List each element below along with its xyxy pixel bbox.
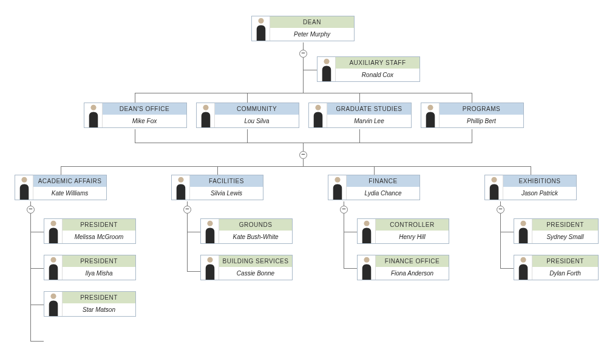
node-grounds[interactable]: GROUNDS Kate Bush-White bbox=[200, 218, 293, 244]
avatar bbox=[15, 175, 33, 200]
node-title: FINANCE OFFICE bbox=[376, 255, 449, 267]
avatar bbox=[317, 57, 336, 81]
avatar bbox=[328, 175, 347, 200]
connector-line bbox=[303, 58, 304, 93]
node-president-4[interactable]: PRESIDENT Sydney Small bbox=[514, 218, 599, 244]
node-title: GROUNDS bbox=[219, 219, 292, 231]
collapse-toggle[interactable]: − bbox=[340, 206, 348, 214]
node-name: Fiona Anderson bbox=[376, 267, 449, 280]
node-title: PRESIDENT bbox=[63, 292, 135, 303]
connector-line bbox=[472, 93, 472, 103]
connector-line bbox=[217, 166, 218, 175]
node-auxiliary-staff[interactable]: AUXILIARY STAFF Ronald Cox bbox=[317, 56, 420, 82]
node-building-services[interactable]: BUILDING SERVICES Cassie Bonne bbox=[200, 255, 293, 280]
node-exhibitions[interactable]: EXHIBITIONS Jason Patrick bbox=[484, 175, 577, 200]
avatar bbox=[84, 103, 103, 127]
node-academic-affairs[interactable]: ACADEMIC AFFAIRS Kate Williams bbox=[15, 175, 107, 200]
node-title: FACILITIES bbox=[190, 175, 263, 187]
node-title: DEAN'S OFFICE bbox=[103, 103, 186, 115]
node-name: Marvin Lee bbox=[327, 115, 411, 127]
node-name: Sydney Small bbox=[532, 231, 598, 243]
avatar bbox=[358, 255, 376, 280]
node-title: PRESIDENT bbox=[63, 219, 135, 231]
connector-line bbox=[359, 129, 360, 143]
node-graduate-studies[interactable]: GRADUATE STUDIES Marvin Lee bbox=[308, 103, 412, 128]
node-name: Phillip Bert bbox=[440, 115, 523, 127]
connector-line bbox=[187, 214, 188, 271]
node-title: GRADUATE STUDIES bbox=[327, 103, 411, 115]
avatar bbox=[172, 175, 190, 200]
node-dean[interactable]: DEAN Peter Murphy bbox=[251, 16, 355, 41]
node-controller[interactable]: CONTROLLER Henry Hill bbox=[357, 218, 449, 244]
connector-line bbox=[135, 93, 135, 103]
avatar bbox=[44, 255, 63, 280]
avatar bbox=[44, 292, 63, 316]
node-finance[interactable]: FINANCE Lydia Chance bbox=[328, 175, 420, 200]
node-name: Dylan Forth bbox=[532, 267, 598, 280]
node-name: Cassie Bonne bbox=[219, 267, 292, 280]
connector-line bbox=[472, 129, 472, 143]
node-community[interactable]: COMMUNITY Lou Silva bbox=[196, 103, 299, 128]
node-programs[interactable]: PROGRAMS Phillip Bert bbox=[421, 103, 524, 128]
node-deans-office[interactable]: DEAN'S OFFICE Mike Fox bbox=[84, 103, 187, 128]
connector-line bbox=[30, 268, 44, 269]
node-name: Mike Fox bbox=[103, 115, 186, 127]
node-title: DEAN bbox=[270, 16, 354, 28]
collapse-toggle[interactable]: − bbox=[299, 151, 307, 159]
connector-line bbox=[500, 214, 501, 268]
node-name: Lou Silva bbox=[215, 115, 299, 127]
node-title: COMMUNITY bbox=[215, 103, 299, 115]
connector-line bbox=[344, 268, 357, 269]
connector-line bbox=[531, 166, 531, 175]
node-title: EXHIBITIONS bbox=[503, 175, 576, 187]
collapse-toggle[interactable]: − bbox=[183, 206, 191, 214]
connector-line bbox=[374, 166, 375, 175]
connector-line bbox=[187, 232, 200, 232]
node-title: CONTROLLER bbox=[376, 219, 449, 231]
node-name: Lydia Chance bbox=[347, 187, 419, 200]
connector-line bbox=[30, 305, 44, 305]
node-title: ACADEMIC AFFAIRS bbox=[33, 175, 106, 187]
node-title: PROGRAMS bbox=[440, 103, 523, 115]
collapse-toggle[interactable]: − bbox=[27, 206, 35, 214]
connector-line bbox=[135, 129, 135, 143]
avatar bbox=[201, 255, 219, 280]
connector-line bbox=[61, 166, 61, 175]
connector-line bbox=[247, 129, 248, 143]
node-title: PRESIDENT bbox=[63, 255, 135, 267]
node-president-2[interactable]: PRESIDENT Ilya Misha bbox=[44, 255, 136, 280]
avatar bbox=[358, 219, 376, 243]
connector-line bbox=[247, 93, 248, 103]
node-name: Kate Bush-White bbox=[219, 231, 292, 243]
node-name: Star Matson bbox=[63, 303, 135, 316]
node-president-3[interactable]: PRESIDENT Star Matson bbox=[44, 291, 136, 317]
collapse-toggle[interactable]: − bbox=[299, 50, 307, 58]
node-name: Ilya Misha bbox=[63, 267, 135, 280]
node-title: AUXILIARY STAFF bbox=[336, 57, 419, 69]
node-name: Silvia Lewis bbox=[190, 187, 263, 200]
connector-line bbox=[135, 143, 472, 143]
node-title: PRESIDENT bbox=[532, 219, 598, 231]
connector-line bbox=[135, 93, 472, 93]
avatar bbox=[421, 103, 440, 127]
node-title: BUILDING SERVICES bbox=[219, 255, 292, 267]
connector-line bbox=[344, 232, 357, 232]
node-president-1[interactable]: PRESIDENT Melissa McGroom bbox=[44, 218, 136, 244]
connector-line bbox=[303, 70, 317, 70]
connector-line bbox=[500, 232, 514, 232]
node-name: Henry Hill bbox=[376, 231, 449, 243]
node-facilities[interactable]: FACILITIES Silvia Lewis bbox=[171, 175, 263, 200]
node-name: Melissa McGroom bbox=[63, 231, 135, 243]
avatar bbox=[514, 219, 532, 243]
collapse-toggle[interactable]: − bbox=[497, 206, 504, 214]
connector-line bbox=[303, 159, 304, 166]
avatar bbox=[309, 103, 327, 127]
node-president-5[interactable]: PRESIDENT Dylan Forth bbox=[514, 255, 599, 280]
connector-line bbox=[30, 214, 31, 341]
avatar bbox=[514, 255, 532, 280]
node-name: Jason Patrick bbox=[503, 187, 576, 200]
avatar bbox=[485, 175, 503, 200]
avatar bbox=[197, 103, 215, 127]
node-finance-office[interactable]: FINANCE OFFICE Fiona Anderson bbox=[357, 255, 449, 280]
node-name: Peter Murphy bbox=[270, 28, 354, 41]
